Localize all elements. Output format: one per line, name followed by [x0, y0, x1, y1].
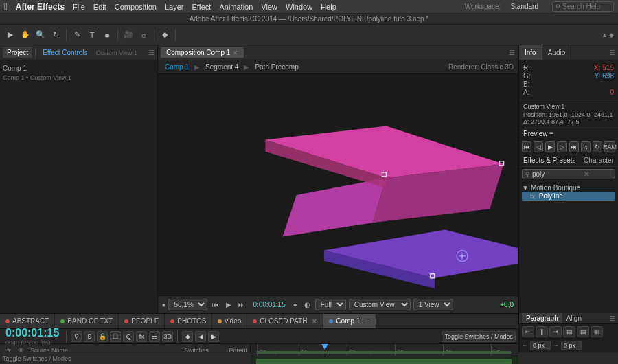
zoom-dropdown[interactable]: 56,1%: [168, 299, 207, 310]
playhead[interactable]: [325, 344, 325, 356]
video-label: video: [225, 317, 241, 325]
menu-layer[interactable]: Layer: [165, 3, 184, 11]
tool-zoom[interactable]: 🔍: [34, 29, 47, 41]
toggle-switches-row[interactable]: Toggle Switches / Modes: [0, 352, 251, 364]
ctrl-prev-frame[interactable]: ⏮: [210, 301, 221, 308]
timecode[interactable]: 0:00:01:15: [5, 327, 59, 339]
menu-composition[interactable]: Composition: [115, 3, 157, 11]
prev-back[interactable]: ◁: [534, 141, 543, 152]
tl-solo-btn[interactable]: S: [84, 331, 95, 342]
toolbar: ▶ ✋ 🔍 ↻ ✎ T ■ 🎥 ☼ ◆ ▲ ◆: [0, 25, 618, 45]
tl-frame-blend-btn[interactable]: ☵: [149, 331, 160, 342]
comp-viewport[interactable]: Custom View 1: [158, 74, 518, 295]
polyline-leaf[interactable]: fx Polyline: [522, 192, 615, 201]
tl-tab-video[interactable]: video: [212, 314, 247, 328]
tab-project[interactable]: Project: [3, 47, 32, 58]
comp-tab-main[interactable]: Composition Comp 1 ✕: [161, 47, 244, 58]
tracks-ruler[interactable]: 0s 1s 2s 3s 4s 5s 6s: [251, 344, 518, 356]
right-panel-menu[interactable]: ☰: [609, 49, 618, 56]
tool-shape[interactable]: ■: [101, 29, 113, 41]
work-area-bar[interactable]: [256, 351, 512, 354]
tl-tab-closed-path[interactable]: CLOSED PATH ✕: [247, 314, 323, 328]
tool-hand[interactable]: ✋: [19, 29, 32, 41]
closed-path-x[interactable]: ✕: [312, 318, 317, 325]
snap-label: ▲: [602, 32, 608, 38]
search-clear-btn[interactable]: ✕: [584, 170, 589, 178]
layers-panel: # 👁 Source Name Switches Parent 1 ▼ 👁 ☀ …: [0, 344, 251, 364]
prev-skip-back[interactable]: ⏮: [522, 141, 531, 152]
r-val: X: 515: [594, 64, 614, 71]
menu-edit[interactable]: Edit: [93, 3, 106, 11]
prev-audio[interactable]: ♫: [581, 141, 591, 152]
align-justify-btn[interactable]: ▤: [563, 326, 575, 337]
tab-audio[interactable]: Audio: [542, 45, 572, 60]
search-input[interactable]: [562, 3, 610, 10]
panel-menu-icon[interactable]: ☰: [148, 49, 154, 56]
tl-add-keyframe[interactable]: ◆: [182, 331, 193, 342]
align-justify-last-btn[interactable]: ▤: [577, 326, 589, 337]
tool-pen[interactable]: ✎: [71, 29, 83, 41]
sub-tab-comp1[interactable]: Comp 1: [162, 63, 192, 71]
menu-animation[interactable]: Animation: [219, 3, 253, 11]
view-dropdown[interactable]: Custom View 1: [349, 299, 411, 310]
prev-forward[interactable]: ▷: [557, 141, 566, 152]
tool-rotate[interactable]: ↻: [49, 29, 62, 41]
sub-tab-pathprecomp[interactable]: Path Precomp: [252, 63, 301, 71]
align-right-btn[interactable]: ⇥: [549, 326, 562, 337]
tl-tab-band-of-txt[interactable]: BAND OF TXT: [55, 314, 119, 328]
tl-quality-btn[interactable]: Q: [123, 331, 134, 342]
indent-left-input[interactable]: [530, 341, 551, 350]
menu-help[interactable]: Help: [321, 3, 336, 11]
align-left-btn[interactable]: ⇤: [522, 326, 534, 337]
tool-text[interactable]: T: [86, 29, 98, 41]
quality-dropdown[interactable]: Full: [315, 299, 346, 310]
align-center-btn[interactable]: ∥: [536, 326, 548, 337]
effects-search-bar[interactable]: ⚲ ✕: [522, 169, 615, 179]
tool-light[interactable]: ☼: [137, 29, 150, 41]
comp-tab-close[interactable]: ✕: [233, 49, 238, 56]
menu-view[interactable]: View: [261, 3, 277, 11]
prev-ram[interactable]: RAM: [604, 141, 615, 152]
timeline-tabs-row: ABSTRACT BAND OF TXT PEOPLE PHOTOS video: [0, 314, 518, 329]
tl-next-keyframe[interactable]: ▶: [208, 331, 219, 342]
tl-tab-comp1[interactable]: Comp 1 ☰: [323, 314, 376, 328]
ctrl-alpha-icon[interactable]: ◐: [302, 301, 312, 308]
comp-panel-menu[interactable]: ☰: [509, 49, 515, 56]
track-layer-1[interactable]: [251, 356, 518, 364]
tab-align[interactable]: Align: [562, 313, 586, 323]
right-panel-tabs: Info Audio ☰: [519, 45, 618, 60]
tl-3d-btn[interactable]: 3D: [162, 331, 173, 342]
prev-play[interactable]: ▶: [545, 141, 555, 152]
ruler-3s: 3s: [395, 344, 404, 356]
prev-loop[interactable]: ↻: [593, 141, 602, 152]
tl-prev-keyframe[interactable]: ◀: [195, 331, 206, 342]
tracks-panel[interactable]: 0s 1s 2s 3s 4s 5s 6s: [251, 344, 518, 364]
tool-anchor[interactable]: ◆: [159, 29, 171, 41]
motion-boutique-label[interactable]: ▼ Motion Boutique: [522, 184, 615, 192]
para-menu[interactable]: ☰: [609, 315, 615, 322]
tl-lock-btn[interactable]: 🔒: [97, 331, 108, 342]
sub-tab-segment4[interactable]: Segment 4: [203, 63, 241, 71]
effects-search-input[interactable]: [532, 170, 584, 178]
comp1-x[interactable]: ☰: [365, 318, 370, 325]
tl-search-btn[interactable]: ⚲: [71, 331, 82, 342]
tab-effect-controls[interactable]: Effect Controls: [38, 47, 91, 58]
tab-paragraph[interactable]: Paragraph: [522, 313, 562, 323]
align-justify-all-btn[interactable]: ▥: [591, 326, 603, 337]
tool-camera[interactable]: 🎥: [122, 29, 135, 41]
tl-tab-photos[interactable]: PHOTOS: [165, 314, 212, 328]
tl-effect-btn[interactable]: fx: [136, 331, 147, 342]
tl-toggle-switches[interactable]: Toggle Switches / Modes: [442, 331, 516, 342]
ctrl-play[interactable]: ▶: [224, 301, 233, 308]
prev-skip-forward[interactable]: ⏭: [569, 141, 579, 152]
menu-window[interactable]: Window: [286, 3, 312, 11]
tool-select[interactable]: ▶: [4, 29, 16, 41]
tab-info[interactable]: Info: [519, 45, 542, 60]
menu-file[interactable]: File: [73, 3, 85, 11]
layout-dropdown[interactable]: 1 View: [413, 299, 453, 310]
tl-hide-btn[interactable]: ☐: [110, 331, 121, 342]
menu-effect[interactable]: Effect: [192, 3, 211, 11]
ctrl-next-frame[interactable]: ⏭: [236, 301, 247, 308]
tl-tab-people[interactable]: PEOPLE: [119, 314, 165, 328]
indent-right-input[interactable]: [561, 341, 582, 350]
